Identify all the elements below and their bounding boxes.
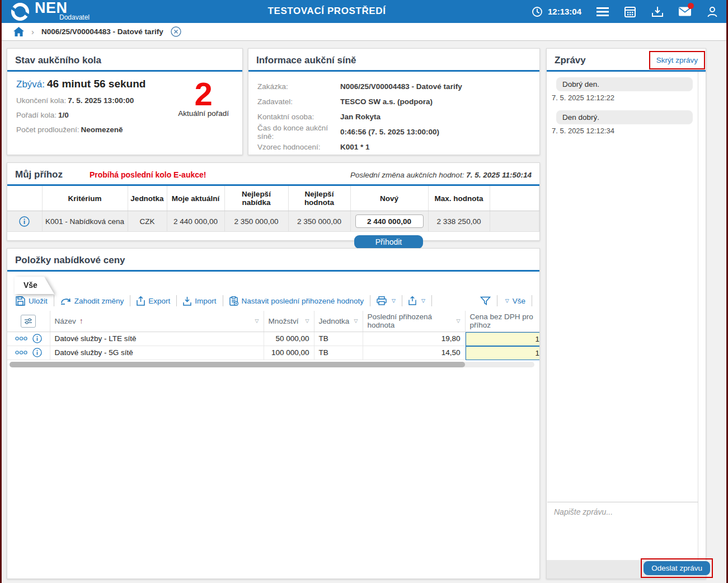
clock-time: 12:13:04 bbox=[548, 7, 581, 16]
user-icon[interactable] bbox=[706, 6, 718, 18]
breadcrumb: › N006/25/V00004483 - Datové tarify bbox=[2, 23, 726, 41]
send-message-button[interactable]: Odeslat zprávu bbox=[644, 561, 710, 575]
mnozstvi-filter-icon[interactable]: ▽ bbox=[306, 318, 309, 324]
calendar-icon[interactable] bbox=[624, 6, 636, 18]
col-header-kriterium[interactable]: Kritérium bbox=[42, 186, 128, 211]
home-icon[interactable] bbox=[13, 27, 24, 36]
cell-mnozstvi: 50 000,00 bbox=[264, 332, 314, 346]
share-dropdown-icon[interactable]: ▽ bbox=[421, 298, 425, 304]
cell-novy bbox=[350, 211, 428, 232]
environment-title: TESTOVACÍ PROSTŘEDÍ bbox=[267, 6, 386, 17]
print-button[interactable]: ▽ bbox=[370, 295, 402, 306]
col-header-jednotka[interactable]: Jednotka bbox=[128, 186, 167, 211]
list-item: Den dobrý. 7. 5. 2025 12:12:34 bbox=[551, 110, 693, 135]
nen-logo-icon bbox=[10, 1, 31, 22]
messages-title: Zprávy bbox=[555, 55, 586, 66]
sort-asc-icon: ↑ bbox=[79, 316, 83, 325]
col-header-empty2 bbox=[490, 186, 539, 211]
scrollbar-thumb[interactable] bbox=[10, 362, 465, 367]
mail-icon[interactable] bbox=[679, 6, 691, 18]
brand-role: Dodavatel bbox=[59, 13, 90, 21]
row-menu-icon[interactable] bbox=[15, 351, 27, 355]
clock-icon bbox=[531, 6, 543, 18]
col-header-nejlepsi-hodnota[interactable]: Nejlepší hodnota bbox=[288, 186, 350, 211]
nazev-filter-icon[interactable]: ▽ bbox=[255, 318, 259, 324]
jednotka-filter-icon[interactable]: ▽ bbox=[354, 318, 358, 324]
info-row-contract: Zakázka:N006/25/V00004483 - Datové tarif… bbox=[257, 79, 530, 94]
message-timestamp: 7. 5. 2025 12:12:34 bbox=[552, 127, 693, 135]
cell-cena-input: 1 bbox=[465, 346, 540, 360]
col-header-moje-aktualni[interactable]: Moje aktuální bbox=[167, 186, 224, 211]
import-button[interactable]: Import bbox=[177, 295, 223, 306]
print-dropdown-icon[interactable]: ▽ bbox=[392, 298, 396, 304]
last-change-note: Poslední změna aukčních hodnot: 7. 5. 20… bbox=[350, 171, 532, 179]
col-header-nazev[interactable]: Název↑▽ bbox=[50, 311, 264, 332]
col-header-nejlepsi-nabidka[interactable]: Nejlepší nabídka bbox=[224, 186, 288, 211]
close-tab-icon[interactable] bbox=[171, 26, 181, 37]
price-input[interactable]: 1 bbox=[466, 332, 541, 346]
info-row-evaluation-formula: Vzorec hodnocení:K001 * 1 bbox=[257, 139, 530, 155]
cell-moje-aktualni: 2 440 000,00 bbox=[167, 211, 224, 232]
row-info-icon[interactable] bbox=[32, 334, 42, 343]
col-header-cena[interactable]: Cena bez DPH pro příhoz bbox=[465, 311, 540, 332]
message-input[interactable] bbox=[547, 502, 698, 560]
horizontal-scrollbar[interactable] bbox=[10, 362, 537, 367]
breadcrumb-item[interactable]: N006/25/V00004483 - Datové tarify bbox=[41, 27, 163, 36]
view-filter-dropdown-icon[interactable]: ▽ bbox=[505, 298, 509, 304]
save-button[interactable]: Uložit bbox=[15, 295, 54, 306]
current-rank-number: 2 bbox=[178, 80, 229, 109]
current-rank-label: Aktuální pořadí bbox=[178, 109, 229, 118]
my-bid-panel: Můj příhoz Probíhá poslední kolo E-aukce… bbox=[7, 162, 540, 241]
discard-changes-button[interactable]: Zahodit změny bbox=[54, 295, 131, 306]
message-bubble: Den dobrý. bbox=[556, 110, 693, 124]
tab-all[interactable]: Vše bbox=[15, 277, 54, 294]
top-bar: NEN Dodavatel TESTOVACÍ PROSTŘEDÍ 12:13:… bbox=[2, 0, 726, 23]
share-button[interactable]: ▽ bbox=[402, 295, 432, 306]
column-settings-icon[interactable] bbox=[21, 315, 36, 328]
send-annotation-box: Odeslat zprávu bbox=[641, 558, 713, 578]
extensions-count: Počet prodloužení:Neomezeně bbox=[16, 125, 233, 134]
cell-nejlepsi-hodnota: 2 350 000,00 bbox=[288, 211, 350, 232]
col-header-max-hodnota[interactable]: Max. hodnota bbox=[428, 186, 490, 211]
row-menu-icon[interactable] bbox=[15, 337, 27, 341]
mail-badge bbox=[688, 3, 694, 9]
last-round-alert: Probíhá poslední kolo E-aukce! bbox=[90, 170, 206, 179]
col-header-jednotka[interactable]: Jednotka▽ bbox=[314, 311, 363, 332]
cell-cena-input: 1 bbox=[465, 332, 540, 346]
row-icons bbox=[7, 346, 50, 360]
nen-logo[interactable]: NEN Dodavatel bbox=[10, 1, 90, 22]
view-filter-all[interactable]: ▽ Vše bbox=[497, 295, 532, 306]
info-row-contracting-authority: Zadavatel:TESCO SW a.s. (podpora) bbox=[257, 94, 530, 109]
items-toolbar: Uložit Zahodit změny Export Import Nasta… bbox=[7, 292, 539, 309]
inbox-download-icon[interactable] bbox=[651, 6, 664, 18]
auction-state-title: Stav aukčního kola bbox=[15, 55, 101, 66]
posledni-filter-icon[interactable]: ▽ bbox=[457, 318, 461, 324]
export-button[interactable]: Export bbox=[130, 295, 177, 306]
message-bubble: Dobrý den. bbox=[556, 77, 693, 91]
filter-icon[interactable] bbox=[474, 295, 497, 306]
cell-posledni: 19,80 bbox=[363, 332, 465, 346]
new-bid-input[interactable] bbox=[355, 214, 424, 228]
col-header-mnozstvi[interactable]: Množství▽ bbox=[264, 311, 314, 332]
cell-empty bbox=[490, 211, 539, 232]
cell-max-hodnota: 2 338 250,00 bbox=[428, 211, 490, 232]
col-header-posledni[interactable]: Poslední přihozená hodnota▽ bbox=[363, 311, 465, 332]
auction-info-title: Informace aukční síně bbox=[256, 55, 356, 66]
menu-icon[interactable] bbox=[597, 6, 609, 18]
table-row: Datové služby - 5G sítě 100 000,00 TB 14… bbox=[7, 346, 540, 360]
list-item: Dobrý den. 7. 5. 2025 12:12:22 bbox=[551, 77, 693, 102]
price-items-panel: Položky nabídkové ceny Vše Uložit Zahodi… bbox=[7, 248, 540, 579]
cell-mnozstvi: 100 000,00 bbox=[264, 346, 314, 360]
criterion-info-icon[interactable] bbox=[7, 211, 42, 232]
cell-nazev: Datové služby - 5G sítě bbox=[50, 346, 264, 360]
auction-info-panel: Informace aukční síně Zakázka:N006/25/V0… bbox=[248, 48, 540, 155]
info-row-time-to-end: Čas do konce aukční síně:0:46:56 (7. 5. … bbox=[257, 124, 530, 139]
info-row-contact-person: Kontaktní osoba:Jan Rokyta bbox=[257, 109, 530, 124]
price-input[interactable]: 1 bbox=[466, 346, 541, 360]
row-info-icon[interactable] bbox=[32, 348, 42, 357]
place-bid-button[interactable]: Přihodit bbox=[354, 235, 423, 249]
set-last-bid-values-button[interactable]: Nastavit poslední přihozené hodnoty bbox=[223, 295, 370, 306]
col-header-novy[interactable]: Nový bbox=[350, 186, 428, 211]
current-rank: 2 Aktuální pořadí bbox=[178, 80, 229, 118]
hide-messages-button[interactable]: Skrýt zprávy bbox=[649, 51, 705, 69]
